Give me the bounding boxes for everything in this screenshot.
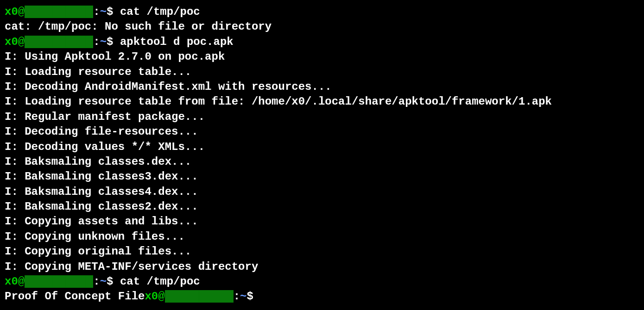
prompt-at: @ [158,290,164,303]
output-text: I: Regular manifest package... [5,111,205,123]
terminal-line: I: Baksmaling classes4.dex... [5,185,639,199]
output-text: I: Copying unknown files... [5,230,185,243]
terminal-line: I: Baksmaling classes.dex... [5,155,639,169]
prompt-dollar: $ [107,6,120,18]
prompt-host: ██████████ [25,275,93,288]
prompt-at: @ [18,275,25,288]
terminal-line: I: Copying assets and libs... [5,214,639,229]
output-text: I: Baksmaling classes.dex... [5,155,191,168]
output-text: Proof Of Concept File [5,290,145,303]
prompt-colon: : [93,275,100,288]
terminal-line: I: Copying unknown files... [5,229,639,244]
prompt-host: ██████████ [25,6,93,18]
command-text: cat /tmp/poc [120,6,200,18]
terminal[interactable]: x0@██████████:~$ cat /tmp/poccat: /tmp/p… [5,5,639,304]
terminal-line: I: Decoding values */* XMLs... [5,140,639,155]
prompt-path: ~ [100,36,107,48]
prompt-user: x0 [5,275,18,288]
terminal-line: I: Loading resource table... [5,65,639,80]
terminal-line: x0@██████████:~$ apktool d poc.apk [5,35,639,50]
terminal-line: I: Decoding file-resources... [5,124,639,139]
output-text: I: Baksmaling classes4.dex... [5,186,198,198]
output-text: I: Copying META-INF/services directory [5,260,258,273]
terminal-line: I: Baksmaling classes2.dex... [5,199,639,214]
terminal-line: I: Regular manifest package... [5,110,639,124]
output-text: I: Decoding file-resources... [5,125,198,138]
terminal-line: I: Copying original files... [5,244,639,259]
terminal-line: I: Decoding AndroidManifest.xml with res… [5,80,639,94]
output-text: I: Decoding AndroidManifest.xml with res… [5,81,332,93]
output-text: cat: /tmp/poc: No such file or directory [5,20,271,33]
prompt-dollar: $ [247,290,260,303]
terminal-line: I: Using Apktool 2.7.0 on poc.apk [5,50,639,64]
prompt-dollar: $ [107,36,120,48]
prompt-path: ~ [240,290,246,303]
output-text: I: Using Apktool 2.7.0 on poc.apk [5,50,225,63]
prompt-colon: : [93,36,100,48]
command-text: cat /tmp/poc [120,275,200,288]
output-text: I: Copying assets and libs... [5,215,198,228]
output-text: I: Baksmaling classes3.dex... [5,170,198,183]
prompt-at: @ [18,36,25,48]
terminal-line: I: Copying META-INF/services directory [5,260,639,274]
prompt-path: ~ [100,6,107,18]
prompt-host: ██████████ [165,290,234,303]
terminal-line: x0@██████████:~$ cat /tmp/poc [5,274,639,289]
terminal-line: cat: /tmp/poc: No such file or directory [5,19,639,34]
output-text: I: Decoding values */* XMLs... [5,141,205,153]
prompt-path: ~ [100,275,107,288]
prompt-colon: : [93,6,100,18]
terminal-line: Proof Of Concept Filex0@██████████:~$ [5,289,639,304]
terminal-line: x0@██████████:~$ cat /tmp/poc [5,5,639,19]
prompt-dollar: $ [107,275,120,288]
output-text: I: Loading resource table... [5,66,191,78]
prompt-user: x0 [5,36,18,48]
prompt-colon: : [234,290,240,303]
prompt-host: ██████████ [25,36,93,48]
prompt-user: x0 [5,6,18,18]
prompt-at: @ [18,6,25,18]
output-text: I: Baksmaling classes2.dex... [5,200,198,213]
terminal-line: I: Loading resource table from file: /ho… [5,94,639,109]
output-text: I: Copying original files... [5,245,191,258]
output-text: I: Loading resource table from file: /ho… [5,95,552,108]
terminal-line: I: Baksmaling classes3.dex... [5,169,639,184]
prompt-user: x0 [145,290,158,303]
command-text: apktool d poc.apk [120,36,234,48]
